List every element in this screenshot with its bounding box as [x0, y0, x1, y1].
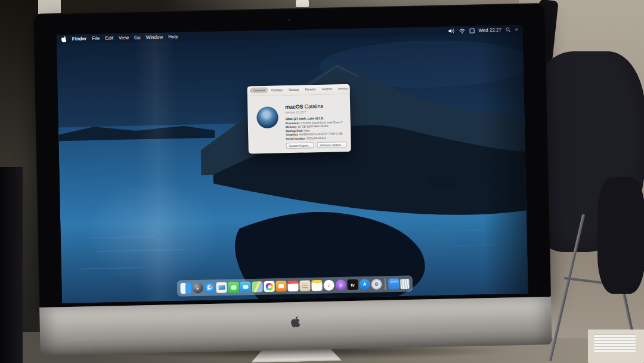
tab-memory[interactable]: Memory — [303, 87, 317, 92]
music-glyph-char: ♪ — [327, 282, 330, 288]
imac-stand — [251, 347, 342, 362]
imac-bezel: FinderFileEditViewGoWindowHelp Wed 22:27 — [33, 3, 551, 307]
dock-downloads-icon[interactable] — [388, 278, 399, 289]
dock-facetime-icon[interactable] — [240, 282, 250, 293]
catalina-thumbnail — [256, 106, 278, 128]
dock-music-icon[interactable]: ♪ — [323, 280, 334, 291]
tab-support[interactable]: Support — [320, 86, 334, 91]
dock-tv-icon[interactable]: tv — [347, 279, 358, 290]
dock-notes-icon[interactable] — [311, 280, 322, 291]
chair-clothing — [597, 177, 644, 294]
system-report-button[interactable]: System Report… — [286, 142, 314, 149]
contacts-glyph — [302, 283, 308, 288]
volume-icon[interactable] — [448, 28, 454, 33]
books-glyph — [278, 284, 284, 288]
dock-calendar-icon[interactable] — [287, 281, 298, 291]
imac-chin — [39, 297, 552, 355]
os-version: Version 10.15.7 — [285, 109, 348, 114]
tab-service[interactable]: Service — [336, 85, 350, 90]
screen: FinderFileEditViewGoWindowHelp Wed 22:27 — [57, 25, 528, 303]
photos-glyph — [265, 282, 273, 290]
tab-displays[interactable]: Displays — [270, 87, 284, 93]
apple-logo-icon[interactable] — [61, 36, 67, 42]
wifi-icon[interactable] — [459, 28, 465, 33]
box-shipping-label — [594, 334, 636, 352]
systempreferences-glyph-char: ⚙ — [374, 282, 379, 287]
dock-messages-icon[interactable] — [228, 282, 239, 293]
os-title-rest: Catalina — [303, 103, 323, 110]
screen-glare — [83, 175, 223, 291]
os-title-bold: macOS — [285, 104, 303, 110]
software-update-button[interactable]: Software Update… — [317, 141, 347, 148]
menu-view[interactable]: View — [119, 35, 129, 41]
messages-glyph — [231, 285, 236, 290]
menu-finder[interactable]: Finder — [72, 36, 87, 42]
dock-appstore-icon[interactable]: A — [359, 279, 370, 290]
dock-divider — [385, 278, 385, 290]
imac-computer: FinderFileEditViewGoWindowHelp Wed 22:27 — [33, 3, 552, 363]
dock-systempreferences-icon[interactable]: ⚙ — [371, 279, 382, 290]
tab-overview[interactable]: Overview — [251, 87, 267, 93]
cardboard-box — [588, 330, 644, 363]
podcasts-glyph-char: ◎ — [339, 283, 342, 287]
spec-serial-number: Serial NumberC02L30HJF8J2 — [286, 136, 349, 140]
window-titlebar: OverviewDisplaysStorageMemorySupportServ… — [247, 84, 349, 97]
tab-storage[interactable]: Storage — [287, 87, 301, 91]
apple-logo-chin-icon — [291, 316, 301, 328]
downloads-glyph — [390, 281, 398, 282]
left-monitor-edge — [0, 167, 23, 363]
about-this-mac-window: OverviewDisplaysStorageMemorySupportServ… — [247, 84, 351, 154]
about-buttons: System Report…Software Update… — [286, 141, 346, 149]
dock-maps-icon[interactable] — [252, 281, 262, 292]
tv-glyph-char: tv — [351, 282, 354, 287]
menu-edit[interactable]: Edit — [105, 35, 113, 41]
menu-file[interactable]: File — [92, 36, 100, 41]
dock-contacts-icon[interactable] — [299, 280, 310, 291]
wall-socket — [296, 0, 309, 7]
dock-books-icon[interactable] — [275, 281, 286, 291]
screen-reflection — [469, 25, 528, 295]
about-toolbar-tabs: OverviewDisplaysStorageMemorySupportServ… — [251, 85, 350, 92]
appstore-glyph-char: A — [363, 282, 366, 287]
spec-list: Processor3.5 GHz Quad-Core Intel Core i7… — [286, 121, 349, 141]
facetime-glyph — [243, 285, 248, 289]
dock-trash-icon[interactable] — [400, 278, 409, 288]
webcam-icon — [288, 19, 290, 21]
about-info: macOS Catalina Version 10.15.7 iMac (27-… — [285, 103, 349, 140]
dock-podcasts-icon[interactable]: ◎ — [335, 279, 346, 290]
dock-photos-icon[interactable] — [264, 281, 274, 292]
